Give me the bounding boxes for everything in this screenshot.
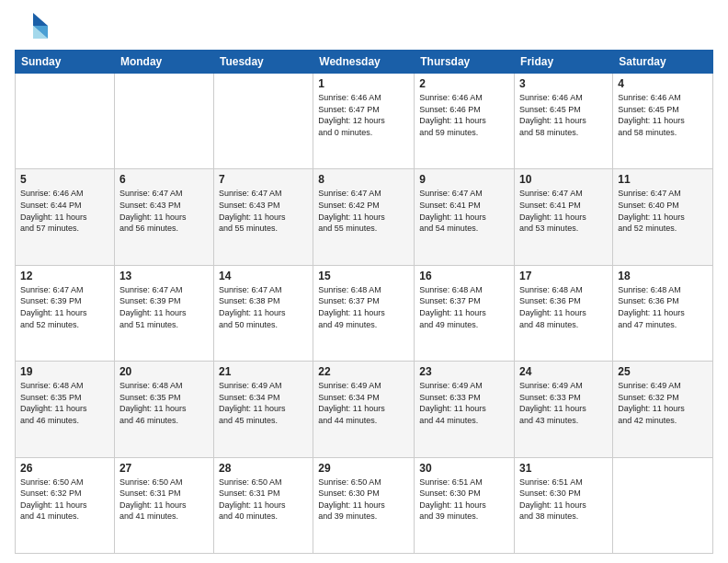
calendar-cell: 15Sunrise: 6:48 AM Sunset: 6:37 PM Dayli… xyxy=(313,265,415,361)
weekday-header-wednesday: Wednesday xyxy=(313,51,415,74)
calendar-cell: 30Sunrise: 6:51 AM Sunset: 6:30 PM Dayli… xyxy=(415,457,515,553)
day-info: Sunrise: 6:51 AM Sunset: 6:30 PM Dayligh… xyxy=(419,477,509,523)
weekday-header-tuesday: Tuesday xyxy=(213,51,313,74)
day-number: 14 xyxy=(219,270,308,282)
calendar-cell: 4Sunrise: 6:46 AM Sunset: 6:45 PM Daylig… xyxy=(613,74,713,169)
day-number: 21 xyxy=(219,365,308,378)
header xyxy=(15,9,713,42)
calendar-cell: 8Sunrise: 6:47 AM Sunset: 6:42 PM Daylig… xyxy=(313,169,415,265)
day-info: Sunrise: 6:50 AM Sunset: 6:32 PM Dayligh… xyxy=(20,477,109,523)
weekday-header-sunday: Sunday xyxy=(16,51,115,74)
calendar-cell: 12Sunrise: 6:47 AM Sunset: 6:39 PM Dayli… xyxy=(16,265,115,361)
day-number: 24 xyxy=(519,365,608,378)
day-info: Sunrise: 6:46 AM Sunset: 6:44 PM Dayligh… xyxy=(20,188,109,234)
page: SundayMondayTuesdayWednesdayThursdayFrid… xyxy=(0,0,728,563)
weekday-header-thursday: Thursday xyxy=(415,51,515,74)
day-number: 11 xyxy=(618,173,708,186)
day-info: Sunrise: 6:47 AM Sunset: 6:43 PM Dayligh… xyxy=(219,188,308,234)
calendar-cell: 17Sunrise: 6:48 AM Sunset: 6:36 PM Dayli… xyxy=(515,265,613,361)
calendar-cell xyxy=(114,74,213,169)
day-number: 18 xyxy=(618,270,708,282)
week-row-1: 1Sunrise: 6:46 AM Sunset: 6:47 PM Daylig… xyxy=(16,74,713,169)
week-row-4: 19Sunrise: 6:48 AM Sunset: 6:35 PM Dayli… xyxy=(16,362,713,457)
day-info: Sunrise: 6:47 AM Sunset: 6:42 PM Dayligh… xyxy=(318,188,409,234)
calendar-cell: 11Sunrise: 6:47 AM Sunset: 6:40 PM Dayli… xyxy=(613,169,713,265)
day-number: 7 xyxy=(219,173,308,186)
day-number: 27 xyxy=(119,462,209,475)
day-number: 5 xyxy=(20,173,109,186)
calendar-cell xyxy=(213,74,313,169)
day-info: Sunrise: 6:47 AM Sunset: 6:41 PM Dayligh… xyxy=(419,188,509,234)
calendar-cell: 21Sunrise: 6:49 AM Sunset: 6:34 PM Dayli… xyxy=(213,362,313,457)
calendar-cell: 16Sunrise: 6:48 AM Sunset: 6:37 PM Dayli… xyxy=(415,265,515,361)
day-info: Sunrise: 6:47 AM Sunset: 6:38 PM Dayligh… xyxy=(219,284,308,330)
calendar-cell: 14Sunrise: 6:47 AM Sunset: 6:38 PM Dayli… xyxy=(213,265,313,361)
calendar-cell: 22Sunrise: 6:49 AM Sunset: 6:34 PM Dayli… xyxy=(313,362,415,457)
day-number: 31 xyxy=(519,462,608,475)
day-info: Sunrise: 6:46 AM Sunset: 6:46 PM Dayligh… xyxy=(419,92,509,138)
calendar-cell xyxy=(613,457,713,553)
day-info: Sunrise: 6:46 AM Sunset: 6:47 PM Dayligh… xyxy=(318,92,409,138)
day-info: Sunrise: 6:49 AM Sunset: 6:32 PM Dayligh… xyxy=(618,380,708,426)
calendar-cell: 28Sunrise: 6:50 AM Sunset: 6:31 PM Dayli… xyxy=(213,457,313,553)
day-info: Sunrise: 6:50 AM Sunset: 6:31 PM Dayligh… xyxy=(219,477,308,523)
calendar-cell: 1Sunrise: 6:46 AM Sunset: 6:47 PM Daylig… xyxy=(313,74,415,169)
calendar-cell: 25Sunrise: 6:49 AM Sunset: 6:32 PM Dayli… xyxy=(613,362,713,457)
day-number: 9 xyxy=(419,173,509,186)
day-number: 20 xyxy=(119,365,209,378)
day-info: Sunrise: 6:49 AM Sunset: 6:34 PM Dayligh… xyxy=(219,380,308,426)
day-info: Sunrise: 6:46 AM Sunset: 6:45 PM Dayligh… xyxy=(618,92,708,138)
day-number: 6 xyxy=(119,173,209,186)
calendar-cell: 2Sunrise: 6:46 AM Sunset: 6:46 PM Daylig… xyxy=(415,74,515,169)
calendar-cell: 7Sunrise: 6:47 AM Sunset: 6:43 PM Daylig… xyxy=(213,169,313,265)
week-row-5: 26Sunrise: 6:50 AM Sunset: 6:32 PM Dayli… xyxy=(16,457,713,553)
calendar-cell: 26Sunrise: 6:50 AM Sunset: 6:32 PM Dayli… xyxy=(16,457,115,553)
calendar-cell: 27Sunrise: 6:50 AM Sunset: 6:31 PM Dayli… xyxy=(114,457,213,553)
weekday-header-row: SundayMondayTuesdayWednesdayThursdayFrid… xyxy=(16,51,713,74)
week-row-3: 12Sunrise: 6:47 AM Sunset: 6:39 PM Dayli… xyxy=(16,265,713,361)
week-row-2: 5Sunrise: 6:46 AM Sunset: 6:44 PM Daylig… xyxy=(16,169,713,265)
weekday-header-saturday: Saturday xyxy=(613,51,713,74)
weekday-header-monday: Monday xyxy=(114,51,213,74)
day-number: 2 xyxy=(419,77,509,90)
calendar-cell: 23Sunrise: 6:49 AM Sunset: 6:33 PM Dayli… xyxy=(415,362,515,457)
calendar-cell: 6Sunrise: 6:47 AM Sunset: 6:43 PM Daylig… xyxy=(114,169,213,265)
calendar-cell: 5Sunrise: 6:46 AM Sunset: 6:44 PM Daylig… xyxy=(16,169,115,265)
day-info: Sunrise: 6:49 AM Sunset: 6:34 PM Dayligh… xyxy=(318,380,409,426)
calendar-cell: 13Sunrise: 6:47 AM Sunset: 6:39 PM Dayli… xyxy=(114,265,213,361)
day-info: Sunrise: 6:49 AM Sunset: 6:33 PM Dayligh… xyxy=(419,380,509,426)
day-info: Sunrise: 6:49 AM Sunset: 6:33 PM Dayligh… xyxy=(519,380,608,426)
day-info: Sunrise: 6:48 AM Sunset: 6:37 PM Dayligh… xyxy=(419,284,509,330)
day-number: 12 xyxy=(20,270,109,282)
calendar-cell: 31Sunrise: 6:51 AM Sunset: 6:30 PM Dayli… xyxy=(515,457,613,553)
day-info: Sunrise: 6:51 AM Sunset: 6:30 PM Dayligh… xyxy=(519,477,608,523)
day-number: 25 xyxy=(618,365,708,378)
day-number: 15 xyxy=(318,270,409,282)
day-number: 17 xyxy=(519,270,608,282)
calendar-cell: 24Sunrise: 6:49 AM Sunset: 6:33 PM Dayli… xyxy=(515,362,613,457)
calendar-cell: 20Sunrise: 6:48 AM Sunset: 6:35 PM Dayli… xyxy=(114,362,213,457)
day-info: Sunrise: 6:47 AM Sunset: 6:41 PM Dayligh… xyxy=(519,188,608,234)
calendar-cell xyxy=(16,74,115,169)
weekday-header-friday: Friday xyxy=(515,51,613,74)
day-number: 23 xyxy=(419,365,509,378)
day-number: 22 xyxy=(318,365,409,378)
day-info: Sunrise: 6:48 AM Sunset: 6:37 PM Dayligh… xyxy=(318,284,409,330)
day-info: Sunrise: 6:47 AM Sunset: 6:40 PM Dayligh… xyxy=(618,188,708,234)
svg-marker-0 xyxy=(33,13,48,26)
day-info: Sunrise: 6:48 AM Sunset: 6:36 PM Dayligh… xyxy=(618,284,708,330)
day-number: 26 xyxy=(20,462,109,475)
calendar-table: SundayMondayTuesdayWednesdayThursdayFrid… xyxy=(15,50,713,554)
calendar-cell: 10Sunrise: 6:47 AM Sunset: 6:41 PM Dayli… xyxy=(515,169,613,265)
day-info: Sunrise: 6:47 AM Sunset: 6:43 PM Dayligh… xyxy=(119,188,209,234)
day-info: Sunrise: 6:48 AM Sunset: 6:35 PM Dayligh… xyxy=(119,380,209,426)
day-info: Sunrise: 6:50 AM Sunset: 6:31 PM Dayligh… xyxy=(119,477,209,523)
day-info: Sunrise: 6:47 AM Sunset: 6:39 PM Dayligh… xyxy=(119,284,209,330)
day-number: 19 xyxy=(20,365,109,378)
logo xyxy=(15,9,51,42)
logo-icon xyxy=(15,9,48,42)
day-info: Sunrise: 6:48 AM Sunset: 6:36 PM Dayligh… xyxy=(519,284,608,330)
calendar-cell: 3Sunrise: 6:46 AM Sunset: 6:45 PM Daylig… xyxy=(515,74,613,169)
day-number: 8 xyxy=(318,173,409,186)
day-info: Sunrise: 6:50 AM Sunset: 6:30 PM Dayligh… xyxy=(318,477,409,523)
